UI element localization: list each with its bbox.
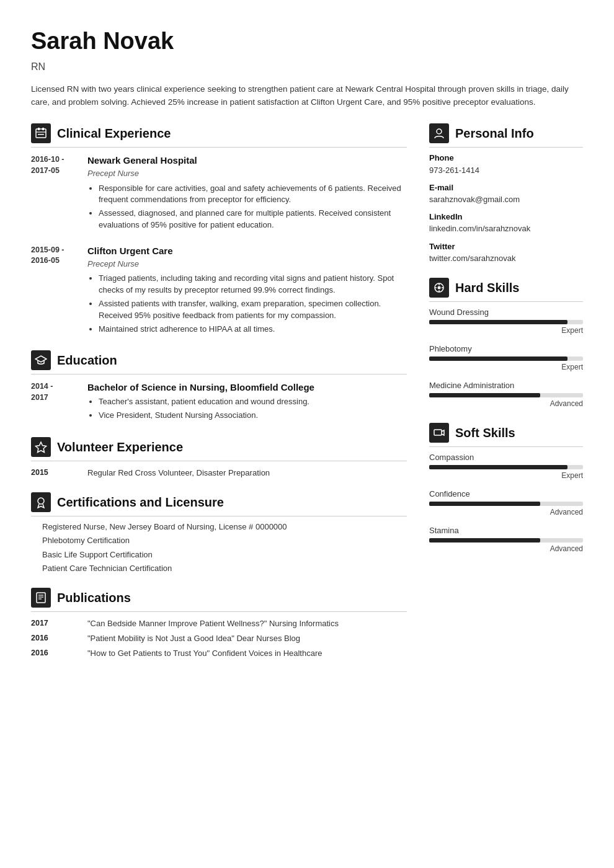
personal-info-section: Personal Info Phone 973-261-1414 E-mail …	[429, 123, 583, 264]
pub-row-1: 2017 "Can Bedside Manner Improve Patient…	[31, 618, 407, 629]
clinical-entry-2-org: Clifton Urgent Care	[87, 244, 407, 257]
skill-wound-dressing: Wound Dressing Expert	[429, 307, 583, 336]
publications-title: Publications	[57, 589, 131, 606]
phone-label: Phone	[429, 153, 583, 164]
clinical-entry-1: 2016-10 -2017-05 Newark General Hospital…	[31, 154, 407, 233]
svg-rect-0	[36, 129, 46, 138]
soft-skills-title: Soft Skills	[455, 424, 515, 441]
skill-medicine-admin: Medicine Administration Advanced	[429, 380, 583, 409]
skill-confidence-bar-bg	[429, 502, 583, 506]
hard-skills-title: Hard Skills	[455, 279, 519, 296]
certifications-list: Registered Nurse, New Jersey Board of Nu…	[31, 521, 407, 574]
clinical-entry-2-bullets: Triaged patients, including taking and r…	[87, 273, 407, 335]
personal-linkedin: LinkedIn linkedin.com/in/sarahznovak	[429, 211, 583, 234]
publications-section: Publications 2017 "Can Bedside Manner Im…	[31, 588, 407, 660]
svg-rect-19	[434, 430, 442, 435]
volunteer-date-1: 2015	[31, 467, 78, 479]
pub-year-3: 2016	[31, 648, 78, 659]
phone-value: 973-261-1414	[429, 165, 583, 176]
svg-rect-2	[42, 128, 44, 130]
personal-info-title: Personal Info	[455, 125, 534, 142]
skill-phlebotomy-name: Phlebotomy	[429, 343, 583, 355]
clinical-entry-1-bullets: Responsible for care activities, goal an…	[87, 183, 407, 231]
volunteer-icon	[31, 437, 51, 457]
volunteer-section: Volunteer Experience 2015 Regular Red Cr…	[31, 437, 407, 479]
list-item: Maintained strict adherence to HIPAA at …	[99, 324, 407, 335]
volunteer-row-1: 2015 Regular Red Cross Volunteer, Disast…	[31, 467, 407, 479]
list-item: Teacher's assistant, patient education a…	[99, 396, 407, 408]
left-column: Clinical Experience 2016-10 -2017-05 New…	[31, 123, 407, 673]
svg-rect-1	[38, 128, 40, 130]
skill-compassion: Compassion Expert	[429, 452, 583, 481]
linkedin-label: LinkedIn	[429, 211, 583, 223]
svg-point-12	[437, 129, 442, 134]
education-section: Education 2014 -2017 Bachelor of Science…	[31, 350, 407, 423]
list-item: Assessed, diagnosed, and planned care fo…	[99, 208, 407, 231]
clinical-entry-1-org: Newark General Hospital	[87, 154, 407, 167]
skill-phlebotomy-bar-bg	[429, 356, 583, 361]
education-entry-1-content: Bachelor of Science in Nursing, Bloomfie…	[87, 381, 407, 423]
twitter-value: twitter.com/sarahznovak	[429, 253, 583, 264]
skill-compassion-level: Expert	[429, 471, 583, 481]
svg-rect-4	[38, 134, 44, 135]
education-entry-1-date: 2014 -2017	[31, 381, 78, 423]
svg-point-7	[38, 498, 44, 504]
skill-phlebotomy-level: Expert	[429, 362, 583, 373]
skill-wound-dressing-bar-fill	[429, 320, 567, 324]
clinical-entry-1-date: 2016-10 -2017-05	[31, 154, 78, 233]
publications-header: Publications	[31, 588, 407, 612]
list-item: Triaged patients, including taking and r…	[99, 273, 407, 296]
svg-rect-8	[37, 593, 45, 603]
list-item: Assisted patients with transfer, walking…	[99, 298, 407, 322]
skill-compassion-name: Compassion	[429, 452, 583, 463]
clinical-experience-section: Clinical Experience 2016-10 -2017-05 New…	[31, 123, 407, 337]
clinical-experience-header: Clinical Experience	[31, 123, 407, 148]
soft-skills-icon	[429, 423, 449, 443]
skill-confidence-name: Confidence	[429, 489, 583, 500]
candidate-summary: Licensed RN with two years clinical expe…	[31, 83, 583, 109]
skill-stamina-bar-fill	[429, 538, 540, 542]
list-item: Patient Care Technician Certification	[31, 563, 407, 574]
candidate-name: Sarah Novak	[31, 25, 583, 58]
certifications-section: Certifications and Licensure Registered …	[31, 492, 407, 574]
right-column: Personal Info Phone 973-261-1414 E-mail …	[429, 123, 583, 567]
publications-icon	[31, 588, 51, 608]
skill-medicine-admin-bar-fill	[429, 393, 540, 397]
hard-skills-header: Hard Skills	[429, 278, 583, 302]
skill-medicine-admin-level: Advanced	[429, 399, 583, 409]
volunteer-text-1: Regular Red Cross Volunteer, Disaster Pr…	[87, 467, 270, 479]
skill-stamina: Stamina Advanced	[429, 525, 583, 554]
education-entry-1-bullets: Teacher's assistant, patient education a…	[87, 396, 407, 422]
pub-text-3: "How to Get Patients to Trust You" Confi…	[87, 648, 323, 659]
email-label: E-mail	[429, 182, 583, 193]
soft-skills-section: Soft Skills Compassion Expert Confidence…	[429, 423, 583, 554]
clinical-entry-2-role: Precept Nurse	[87, 259, 407, 270]
pub-text-1: "Can Bedside Manner Improve Patient Well…	[87, 618, 339, 629]
certifications-header: Certifications and Licensure	[31, 492, 407, 516]
svg-marker-5	[35, 356, 47, 362]
candidate-title: RN	[31, 60, 583, 74]
resume-header: Sarah Novak RN Licensed RN with two year…	[31, 25, 583, 108]
education-entry-1: 2014 -2017 Bachelor of Science in Nursin…	[31, 381, 407, 423]
list-item: Basic Life Support Certification	[31, 549, 407, 560]
volunteer-header: Volunteer Experience	[31, 437, 407, 461]
skill-medicine-admin-bar-bg	[429, 393, 583, 397]
skill-compassion-bar-bg	[429, 465, 583, 469]
email-value: sarahznovak@gmail.com	[429, 194, 583, 205]
main-layout: Clinical Experience 2016-10 -2017-05 New…	[31, 123, 583, 673]
skill-phlebotomy-bar-fill	[429, 356, 567, 361]
skill-stamina-bar-bg	[429, 538, 583, 542]
skill-wound-dressing-name: Wound Dressing	[429, 307, 583, 318]
education-title: Education	[57, 352, 117, 369]
clinical-entry-2-date: 2015-09 -2016-05	[31, 244, 78, 337]
skill-confidence-bar-fill	[429, 502, 540, 506]
education-entry-1-title: Bachelor of Science in Nursing, Bloomfie…	[87, 381, 407, 394]
pub-year-2: 2016	[31, 633, 78, 644]
skill-stamina-name: Stamina	[429, 525, 583, 536]
skill-wound-dressing-level: Expert	[429, 326, 583, 336]
skill-compassion-bar-fill	[429, 465, 567, 469]
list-item: Registered Nurse, New Jersey Board of Nu…	[31, 521, 407, 533]
skill-confidence: Confidence Advanced	[429, 489, 583, 518]
skill-wound-dressing-bar-bg	[429, 320, 583, 324]
skill-phlebotomy: Phlebotomy Expert	[429, 343, 583, 373]
